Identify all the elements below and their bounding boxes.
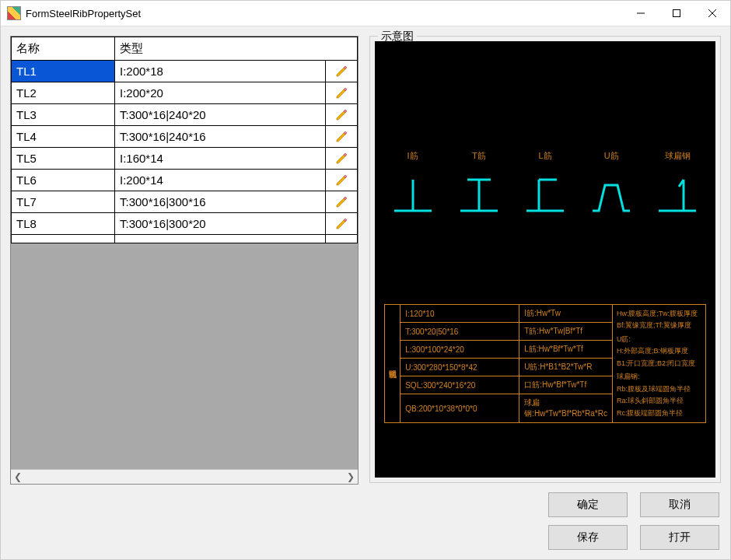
format-table-main: I:120*10I筋:Hw*TwT:300*20|50*16T筋:Hw*Tw|B… — [400, 305, 612, 422]
shape-bulb: 球扁钢 — [654, 150, 701, 215]
cell-edit[interactable] — [326, 235, 358, 243]
cell-name[interactable] — [11, 235, 115, 243]
cell-type[interactable]: I:200*18 — [115, 61, 326, 82]
table-row[interactable]: TL1I:200*18 — [11, 61, 358, 82]
format-note: 球扁钢: — [617, 372, 701, 383]
format-note: Bf:翼缘宽度;Tf:翼缘厚度 — [617, 320, 701, 331]
cell-type[interactable]: I:160*14 — [115, 148, 326, 170]
cell-name[interactable]: TL3 — [11, 104, 115, 126]
window: FormSteelRibPropertySet 名称 类型 TL1I:200*1… — [0, 0, 731, 560]
pencil-icon — [335, 196, 348, 208]
format-cell-b: I筋:Hw*Tw — [519, 305, 612, 322]
ok-button[interactable]: 确定 — [548, 492, 628, 517]
cell-name[interactable]: TL8 — [11, 213, 115, 235]
table-row[interactable]: TL8T:300*16|300*20 — [11, 213, 358, 235]
cancel-button[interactable]: 取消 — [640, 492, 719, 517]
body: 名称 类型 TL1I:200*18TL2I:200*20TL3T:300*16|… — [1, 26, 730, 485]
format-cell-b: T筋:Hw*Tw|Bf*Tf — [519, 323, 612, 340]
format-table-side: 格式说明 — [385, 305, 400, 422]
cell-type[interactable]: I:200*20 — [115, 82, 326, 104]
cell-name[interactable]: TL7 — [11, 191, 115, 213]
format-cell-a: L:300*100*24*20 — [400, 341, 519, 358]
format-table: 格式说明 I:120*10I筋:Hw*TwT:300*20|50*16T筋:Hw… — [384, 304, 706, 423]
cell-edit[interactable] — [326, 213, 358, 235]
table-row[interactable]: TL2I:200*20 — [11, 82, 358, 104]
table-row[interactable]: TL5I:160*14 — [11, 148, 358, 170]
table-row[interactable]: TL7T:300*16|300*16 — [11, 191, 358, 213]
header-name[interactable]: 名称 — [11, 37, 115, 61]
format-note: Hw:腹板高度;Tw:腹板厚度 — [617, 309, 701, 320]
cell-name[interactable]: TL4 — [11, 126, 115, 148]
titlebar: FormSteelRibPropertySet — [1, 1, 730, 26]
shape-row: I筋 T筋 L筋 U筋 — [375, 150, 715, 215]
maximize-button[interactable] — [659, 1, 694, 26]
scroll-left-arrow[interactable]: ❮ — [11, 470, 25, 484]
cell-edit[interactable] — [326, 104, 358, 126]
pencil-icon — [335, 218, 348, 230]
format-note: Ra:球头斜部圆角半径 — [617, 396, 701, 407]
cell-name[interactable]: TL6 — [11, 170, 115, 191]
header-type[interactable]: 类型 — [115, 37, 358, 61]
format-row: T:300*20|50*16T筋:Hw*Tw|Bf*Tf — [400, 323, 612, 341]
format-cell-a: U:300*280*150*8*42 — [400, 359, 519, 376]
grid-empty-area — [11, 243, 358, 469]
cell-name[interactable]: TL2 — [11, 82, 115, 104]
cell-type[interactable]: T:300*16|240*20 — [115, 104, 326, 126]
pencil-icon — [335, 87, 348, 100]
scroll-right-arrow[interactable]: ❯ — [344, 470, 358, 484]
table-row[interactable]: TL4T:300*16|240*16 — [11, 126, 358, 148]
shape-t-label: T筋 — [472, 150, 486, 162]
minimize-icon — [637, 9, 645, 17]
cell-edit[interactable] — [326, 170, 358, 191]
close-button[interactable] — [694, 1, 730, 26]
cell-name[interactable]: TL5 — [11, 148, 115, 170]
grid-header-row: 名称 类型 — [11, 37, 358, 61]
open-button[interactable]: 打开 — [640, 525, 719, 550]
shape-bulb-icon — [654, 176, 701, 215]
cell-type[interactable]: T:300*16|240*16 — [115, 126, 326, 148]
table-row[interactable]: TL3T:300*16|240*20 — [11, 104, 358, 126]
diagram-fieldset: 示意图 I筋 T筋 L筋 — [369, 36, 721, 483]
pencil-icon — [335, 109, 348, 121]
format-note: H:外部高度;B:钢板厚度 — [617, 346, 701, 357]
save-button[interactable]: 保存 — [548, 525, 628, 550]
cell-edit[interactable] — [326, 61, 358, 82]
cell-type[interactable]: T:300*16|300*20 — [115, 213, 326, 235]
diagram-canvas: I筋 T筋 L筋 U筋 — [375, 41, 715, 478]
format-cell-a: SQL:300*240*16*20 — [400, 376, 519, 394]
cell-name[interactable]: TL1 — [11, 61, 115, 82]
shape-bulb-label: 球扁钢 — [665, 150, 691, 162]
scroll-track[interactable] — [25, 470, 344, 484]
format-note: B1:开口宽度;B2:闭口宽度 — [617, 359, 701, 369]
pencil-icon — [335, 65, 348, 78]
app-icon — [7, 6, 21, 20]
cell-edit[interactable] — [326, 191, 358, 213]
shape-t: T筋 — [456, 150, 502, 215]
svg-rect-1 — [673, 10, 680, 17]
minimize-button[interactable] — [623, 1, 659, 26]
cell-edit[interactable] — [326, 148, 358, 170]
format-cell-a: I:120*10 — [400, 305, 519, 322]
table-row[interactable] — [11, 235, 358, 243]
button-row-2: 保存 打开 — [1, 525, 730, 559]
format-cell-b: U筋:H*B1*B2*Tw*R — [519, 359, 612, 376]
pencil-icon — [335, 174, 348, 187]
button-row-1: 确定 取消 — [1, 485, 730, 525]
format-cell-a: QB:200*10*38*0*0*0 — [400, 394, 519, 422]
cell-edit[interactable] — [326, 82, 358, 104]
horizontal-scrollbar[interactable]: ❮ ❯ — [11, 469, 358, 484]
shape-l-label: L筋 — [538, 150, 551, 162]
shape-i: I筋 — [390, 150, 436, 215]
shape-u: U筋 — [588, 150, 635, 215]
format-row: U:300*280*150*8*42U筋:H*B1*B2*Tw*R — [400, 359, 612, 376]
cell-edit[interactable] — [326, 126, 358, 148]
table-row[interactable]: TL6I:200*14 — [11, 170, 358, 191]
format-row: L:300*100*24*20L筋:Hw*Bf*Tw*Tf — [400, 341, 612, 359]
pencil-icon — [335, 131, 348, 143]
format-note: Rc:腹板端部圆角半径 — [617, 408, 701, 419]
cell-type[interactable]: T:300*16|300*16 — [115, 191, 326, 213]
property-grid: 名称 类型 TL1I:200*18TL2I:200*20TL3T:300*16|… — [10, 36, 359, 485]
shape-t-icon — [456, 176, 502, 215]
cell-type[interactable]: I:200*14 — [115, 170, 326, 191]
cell-type[interactable] — [115, 235, 326, 243]
